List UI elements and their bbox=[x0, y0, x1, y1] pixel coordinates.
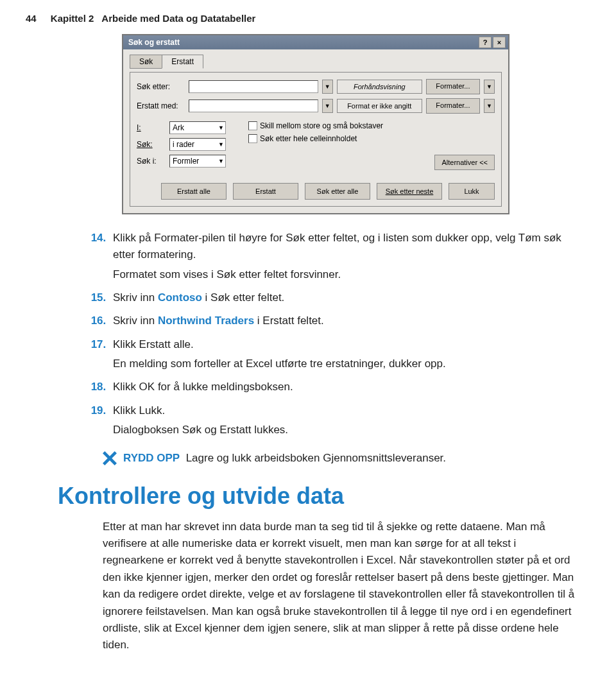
step-15: Skriv inn Contoso i Søk etter feltet. bbox=[109, 289, 565, 306]
step-17: Klikk Erstatt alle. En melding som forte… bbox=[109, 336, 565, 373]
chevron-down-icon: ▼ bbox=[218, 125, 224, 131]
tab-replace[interactable]: Erstatt bbox=[162, 55, 203, 69]
within-value: Ark bbox=[173, 123, 184, 132]
cleanup-text: Lagre og lukk arbeidsboken Gjennomsnitts… bbox=[186, 452, 446, 464]
close-icon[interactable]: × bbox=[493, 37, 506, 48]
checkbox-icon bbox=[248, 121, 257, 130]
replace-dropdown-arrow-icon[interactable]: ▼ bbox=[322, 99, 333, 113]
step-list: Klikk på Formater-pilen til høyre for Sø… bbox=[109, 230, 590, 438]
format-button-replace[interactable]: Formater... bbox=[426, 98, 480, 114]
search-in-combo[interactable]: Formler ▼ bbox=[169, 155, 226, 168]
chapter-label: Kapittel 2 bbox=[51, 13, 94, 24]
match-case-checkbox[interactable]: Skill mellom store og små bokstaver bbox=[248, 121, 495, 130]
search-dropdown-arrow-icon[interactable]: ▼ bbox=[322, 80, 333, 94]
format-dropdown-arrow-icon[interactable]: ▼ bbox=[484, 80, 495, 94]
tab-search[interactable]: Søk bbox=[130, 55, 162, 69]
chevron-down-icon: ▼ bbox=[218, 158, 224, 164]
step-14: Klikk på Formater-pilen til høyre for Sø… bbox=[109, 230, 565, 283]
step-14-followup: Formatet som vises i Søk etter feltet fo… bbox=[113, 266, 565, 283]
whole-cell-label: Søk etter hele celleinnholdet bbox=[260, 134, 357, 143]
search-direction-combo[interactable]: i rader ▼ bbox=[169, 138, 226, 151]
replace-with-label: Erstatt med: bbox=[137, 101, 185, 110]
within-label: I: bbox=[137, 123, 166, 132]
find-all-button[interactable]: Søk etter alle bbox=[305, 183, 370, 200]
find-next-button[interactable]: Søk etter neste bbox=[377, 183, 442, 200]
step-19-followup: Dialogboksen Søk og Erstatt lukkes. bbox=[113, 422, 565, 438]
step-19: Klikk Lukk. Dialogboksen Søk og Erstatt … bbox=[109, 402, 565, 439]
step-17-followup: En melding som forteller at Excel utført… bbox=[113, 356, 565, 372]
format-dropdown-arrow-icon-2[interactable]: ▼ bbox=[484, 99, 495, 113]
dialog-controls: ? × bbox=[479, 37, 506, 48]
replace-button[interactable]: Erstatt bbox=[233, 183, 298, 200]
search-in-label: Søk i: bbox=[137, 157, 166, 166]
replace-all-button[interactable]: Erstatt alle bbox=[161, 183, 227, 200]
cleanup-row: RYDD OPP Lagre og lukk arbeidsboken Gjen… bbox=[103, 450, 590, 467]
options-button[interactable]: Alternativer << bbox=[434, 155, 495, 170]
dialog-titlebar: Søk og erstatt ? × bbox=[123, 35, 508, 49]
page-number: 44 bbox=[26, 13, 37, 24]
match-case-label: Skill mellom store og små bokstaver bbox=[260, 121, 383, 130]
search-after-label: Søk etter: bbox=[137, 82, 185, 91]
within-combo[interactable]: Ark ▼ bbox=[169, 121, 226, 134]
find-replace-dialog: Søk og erstatt ? × Søk Erstatt Søk etter… bbox=[122, 34, 509, 214]
dialog-title: Søk og erstatt bbox=[126, 38, 180, 47]
page-header: 44 Kapittel 2 Arbeide med Data og Datata… bbox=[26, 13, 590, 24]
close-button[interactable]: Lukk bbox=[449, 183, 495, 200]
help-button[interactable]: ? bbox=[479, 37, 492, 48]
search-in-value: Formler bbox=[173, 157, 199, 166]
close-x-icon bbox=[103, 451, 117, 465]
format-button-search[interactable]: Formater... bbox=[426, 79, 480, 94]
search-preview: Forhåndsvisning bbox=[337, 80, 422, 94]
search-input[interactable] bbox=[189, 80, 318, 93]
section-heading: Kontrollere og utvide data bbox=[58, 483, 590, 510]
step-16: Skriv inn Northwind Traders i Erstatt fe… bbox=[109, 313, 565, 329]
cleanup-label: RYDD OPP bbox=[123, 452, 180, 464]
chevron-down-icon: ▼ bbox=[218, 141, 224, 148]
section-paragraph: Etter at man har skrevet inn data burde … bbox=[103, 519, 590, 654]
checkbox-icon bbox=[248, 134, 257, 143]
chapter-title: Arbeide med Data og Datatabeller bbox=[101, 13, 255, 24]
replace-preview: Format er ikke angitt bbox=[337, 99, 422, 113]
search-direction-value: i rader bbox=[173, 140, 194, 149]
step-18: Klikk OK for å lukke meldingsboksen. bbox=[109, 379, 565, 395]
replace-input[interactable] bbox=[189, 99, 318, 112]
search-direction-label: Søk: bbox=[137, 140, 166, 149]
whole-cell-checkbox[interactable]: Søk etter hele celleinnholdet bbox=[248, 134, 495, 143]
